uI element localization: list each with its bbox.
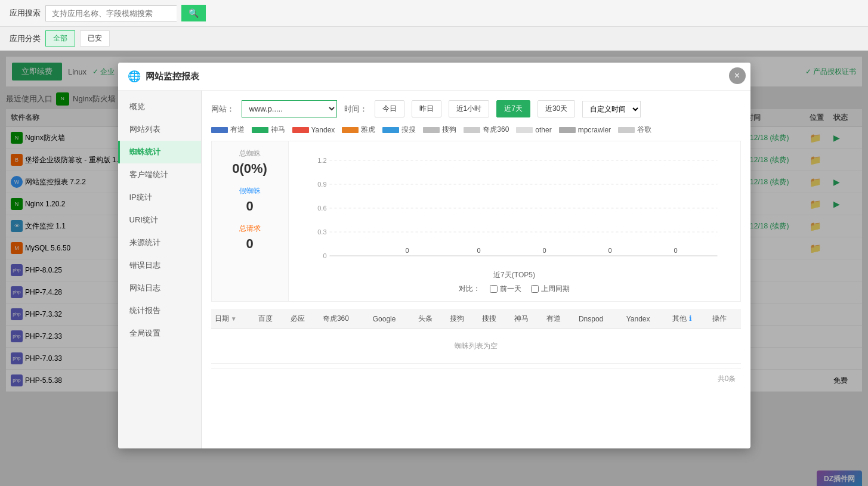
legend-color-souso (382, 127, 399, 133)
svg-text:0: 0 (674, 247, 677, 254)
stats-left: 总蜘蛛 0(0%) 假蜘蛛 0 总请求 0 (211, 141, 289, 302)
category-label: 应用分类 (10, 33, 41, 44)
nav-item-errorlog[interactable]: 错误日志 (118, 254, 201, 277)
legend-google: 谷歌 (618, 125, 651, 135)
th-yandex: Yandex (623, 309, 669, 329)
custom-time-select[interactable]: 自定义时间 (582, 101, 641, 117)
other-info-icon[interactable]: ℹ (689, 314, 692, 323)
th-souso: 搜搜 (478, 309, 511, 329)
prev-week-checkbox-input[interactable] (531, 285, 539, 293)
modal-header: 🌐 网站监控报表 × (118, 63, 750, 91)
prev-week-checkbox[interactable]: 上周同期 (531, 284, 570, 294)
th-shenma: 神马 (511, 309, 543, 329)
legend-label-360: 奇虎360 (483, 125, 509, 135)
legend-color-shenma (252, 127, 268, 133)
th-youdao: 有道 (543, 309, 575, 329)
th-action: 操作 (709, 309, 741, 329)
svg-text:0: 0 (542, 247, 546, 254)
legend-label-yandex: Yandex (311, 126, 335, 134)
fake-spider-block: 假蜘蛛 0 (219, 186, 281, 214)
nav-item-source[interactable]: 来源统计 (118, 231, 201, 254)
time-btn-yesterday[interactable]: 昨日 (412, 100, 441, 117)
cat-btn-installed[interactable]: 已安 (80, 30, 110, 47)
modal-title: 网站监控报表 (146, 71, 199, 82)
cat-btn-all[interactable]: 全部 (45, 30, 75, 47)
time-btn-today[interactable]: 今日 (375, 100, 404, 117)
nav-item-spider[interactable]: 蜘蛛统计 (118, 141, 201, 163)
prev-day-checkbox[interactable]: 前一天 (490, 284, 521, 294)
app-search-label: 应用搜索 (10, 8, 41, 18)
fake-spider-label: 假蜘蛛 (219, 186, 281, 196)
modal-main-content: 网站： www.p..... 时间： 今日 昨日 近1小时 近7天 近30天 自… (202, 91, 750, 448)
data-table: 日期 ▼ 百度 必应 奇虎360 Google 头条 搜狗 搜搜 神马 (211, 309, 741, 364)
prev-day-label: 前一天 (500, 284, 521, 294)
svg-text:0: 0 (477, 247, 480, 254)
legend-color-360 (464, 127, 480, 133)
svg-text:0: 0 (323, 252, 326, 259)
sort-icon: ▼ (231, 315, 237, 322)
total-request-value: 0 (219, 236, 281, 252)
chart-svg: 1.2 0.9 0.6 0.3 0 0 0 0 0 (296, 148, 733, 268)
th-bing: 必应 (287, 309, 319, 329)
svg-text:0.9: 0.9 (317, 181, 326, 188)
nav-item-statsreport[interactable]: 统计报告 (118, 299, 201, 322)
time-btn-1h[interactable]: 近1小时 (449, 100, 490, 117)
chart-top-label: 近7天(TOP5) (296, 270, 733, 280)
monitor-icon: 🌐 (128, 70, 141, 83)
compare-row: 对比： 前一天 上周同期 (296, 284, 733, 294)
time-btn-7d[interactable]: 近7天 (496, 100, 530, 117)
th-date[interactable]: 日期 ▼ (211, 309, 255, 329)
legend-color-youdao (211, 127, 228, 133)
legend-sogou: 搜狗 (423, 125, 456, 135)
legend-yandex: Yandex (292, 126, 335, 134)
compare-label: 对比： (459, 284, 480, 294)
time-btn-30d[interactable]: 近30天 (538, 100, 575, 117)
modal-nav: 概览 网站列表 蜘蛛统计 客户端统计 IP统计 URI统计 来源统计 错误日志 … (118, 91, 202, 448)
th-dnspod: Dnspod (575, 309, 623, 329)
total-spider-block: 总蜘蛛 0(0%) (219, 148, 281, 177)
nav-item-ip[interactable]: IP统计 (118, 186, 201, 209)
stats-panel: 总蜘蛛 0(0%) 假蜘蛛 0 总请求 0 (211, 141, 741, 302)
legend-label-sogou: 搜狗 (442, 125, 456, 135)
legend-label-google: 谷歌 (637, 125, 651, 135)
prev-week-label: 上周同期 (541, 284, 570, 294)
search-input[interactable] (45, 5, 177, 21)
nav-item-uri[interactable]: URI统计 (118, 209, 201, 231)
main-content: 立即续费 Linux ✓ 企业 ✓ 产品授权证书 最近使用入口 N Nginx防… (0, 51, 868, 486)
empty-text: 蜘蛛列表为空 (211, 329, 741, 364)
th-sogou: 搜狗 (446, 309, 478, 329)
legend-color-yahoo (342, 127, 359, 133)
legend-youdao: 有道 (211, 125, 245, 135)
modal-overlay: 🌐 网站监控报表 × 概览 网站列表 蜘蛛统计 客户端统计 IP统计 URI统计… (0, 51, 868, 486)
nav-item-sitelist[interactable]: 网站列表 (118, 118, 201, 141)
prev-day-checkbox-input[interactable] (490, 285, 498, 293)
th-baidu: 百度 (255, 309, 287, 329)
modal-close-button[interactable]: × (729, 67, 746, 84)
nav-item-overview[interactable]: 概览 (118, 95, 201, 118)
table-footer: 共0条 (211, 369, 741, 389)
footer-count: 共0条 (718, 374, 736, 383)
nav-item-sitelog[interactable]: 网站日志 (118, 277, 201, 299)
site-select[interactable]: www.p..... (242, 100, 337, 117)
total-request-block: 总请求 0 (219, 224, 281, 252)
svg-text:0: 0 (608, 247, 611, 254)
th-toutiao: 头条 (415, 309, 447, 329)
svg-text:0: 0 (405, 247, 409, 254)
search-button[interactable]: 🔍 (181, 5, 206, 21)
nav-item-global[interactable]: 全局设置 (118, 322, 201, 345)
svg-text:1.2: 1.2 (317, 157, 326, 164)
legend-row: 有道 神马 Yandex 雅虎 (211, 125, 741, 135)
legend-color-google (618, 127, 635, 133)
fake-spider-value: 0 (219, 199, 281, 214)
time-label: 时间： (344, 104, 367, 114)
svg-text:0.6: 0.6 (317, 205, 326, 212)
total-spider-label: 总蜘蛛 (219, 148, 281, 159)
chart-area: 1.2 0.9 0.6 0.3 0 0 0 0 0 (289, 141, 741, 302)
site-label: 网站： (211, 104, 234, 114)
legend-label-mpcrawler: mpcrawler (578, 126, 611, 134)
modal: 🌐 网站监控报表 × 概览 网站列表 蜘蛛统计 客户端统计 IP统计 URI统计… (118, 63, 750, 448)
legend-label-yahoo: 雅虎 (361, 125, 375, 135)
nav-item-client[interactable]: 客户端统计 (118, 163, 201, 186)
top-bar: 应用搜索 🔍 (0, 0, 868, 27)
empty-row: 蜘蛛列表为空 (211, 329, 741, 364)
